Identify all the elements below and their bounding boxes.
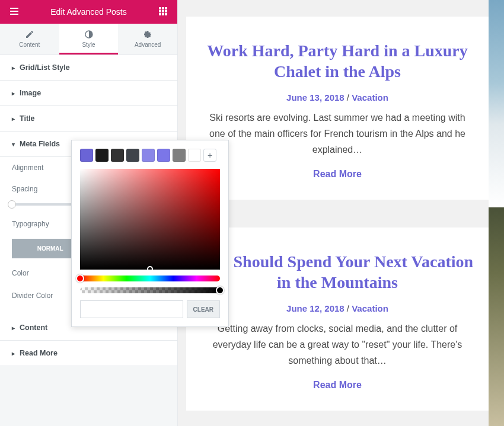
svg-rect-0 <box>159 7 161 9</box>
toggle-normal-label: NORMAL <box>37 245 63 252</box>
post-category[interactable]: Vacation <box>352 303 388 313</box>
saturation-pointer[interactable] <box>147 266 153 272</box>
tab-content[interactable]: Content <box>0 24 59 55</box>
divider-color-label: Divider Color <box>12 292 53 300</box>
svg-rect-1 <box>162 7 164 9</box>
add-swatch-button[interactable]: + <box>203 149 216 162</box>
caret-right-icon: ▸ <box>12 350 15 357</box>
post-date[interactable]: June 12, 2018 <box>286 303 344 313</box>
hue-thumb[interactable] <box>76 274 84 283</box>
tab-content-label: Content <box>19 41 40 48</box>
section-content-label: Content <box>20 323 47 332</box>
clear-button[interactable]: CLEAR <box>187 300 220 318</box>
apps-icon[interactable] <box>156 4 170 20</box>
gear-icon <box>143 30 152 39</box>
caret-right-icon: ▸ <box>12 116 15 122</box>
read-more-link[interactable]: Read More <box>200 380 474 390</box>
svg-rect-3 <box>159 10 161 12</box>
color-picker-popup: + CLEAR <box>71 140 229 327</box>
post-title[interactable]: You Should Spend Your Next Vacation in t… <box>200 251 474 293</box>
post-title[interactable]: Work Hard, Party Hard in a Luxury Chalet… <box>200 40 474 82</box>
color-swatches-row: + <box>80 149 220 162</box>
caret-right-icon: ▸ <box>12 325 15 331</box>
tabs: Content Style Advanced <box>0 24 177 55</box>
section-image[interactable]: ▸Image <box>0 81 177 106</box>
typography-label: Typography <box>12 220 49 228</box>
caret-right-icon: ▸ <box>12 90 15 97</box>
spacing-label: Spacing <box>12 185 37 193</box>
caret-right-icon: ▸ <box>12 65 15 71</box>
hex-input[interactable] <box>80 300 183 318</box>
color-swatch[interactable] <box>188 149 201 162</box>
post-meta: June 13, 2018 / Vacation <box>200 92 474 103</box>
svg-rect-5 <box>165 10 167 12</box>
read-more-link[interactable]: Read More <box>200 169 474 180</box>
color-swatch[interactable] <box>111 149 124 162</box>
section-image-label: Image <box>20 89 41 97</box>
section-title[interactable]: ▸Title <box>0 106 177 132</box>
hue-slider[interactable] <box>80 276 220 281</box>
section-gridlist[interactable]: ▸Grid/List Style <box>0 55 177 81</box>
hex-row: CLEAR <box>80 300 220 318</box>
svg-rect-6 <box>159 13 161 15</box>
svg-rect-7 <box>162 13 164 15</box>
contrast-icon <box>84 30 94 39</box>
alpha-slider[interactable] <box>80 287 220 293</box>
menu-icon[interactable] <box>7 4 21 20</box>
color-swatch[interactable] <box>142 149 155 162</box>
panel-header: Edit Advanced Posts <box>0 0 177 24</box>
clear-button-label: CLEAR <box>193 306 213 313</box>
tab-advanced-label: Advanced <box>135 41 161 48</box>
tab-style-label: Style <box>82 41 95 48</box>
color-swatch[interactable] <box>80 149 93 162</box>
post-card: Work Hard, Party Hard in a Luxury Chalet… <box>186 17 489 200</box>
color-swatch[interactable] <box>173 149 186 162</box>
section-readmore-label: Read More <box>20 349 58 357</box>
section-title-label: Title <box>20 114 34 123</box>
post-date[interactable]: June 13, 2018 <box>286 92 344 103</box>
pencil-icon <box>25 30 34 39</box>
svg-rect-4 <box>162 10 164 12</box>
alignment-label: Alignment <box>12 164 43 172</box>
section-metafields-label: Meta Fields <box>20 140 60 148</box>
background-strip <box>489 0 504 426</box>
svg-rect-8 <box>165 13 167 15</box>
panel-title: Edit Advanced Posts <box>50 7 126 17</box>
saturation-panel[interactable] <box>80 169 220 270</box>
post-category[interactable]: Vacation <box>352 92 388 103</box>
color-swatch[interactable] <box>95 149 109 162</box>
color-label: Color <box>12 269 29 277</box>
section-gridlist-label: Grid/List Style <box>20 63 70 72</box>
tab-style[interactable]: Style <box>59 24 119 55</box>
post-excerpt: Ski resorts are evolving. Last summer we… <box>200 110 474 158</box>
post-meta: June 12, 2018 / Vacation <box>200 303 474 313</box>
post-card: You Should Spend Your Next Vacation in t… <box>186 228 489 411</box>
svg-rect-2 <box>165 7 167 9</box>
slider-thumb[interactable] <box>8 200 16 209</box>
caret-down-icon: ▾ <box>12 141 15 148</box>
alpha-thumb[interactable] <box>216 286 224 294</box>
color-swatch[interactable] <box>126 149 139 162</box>
post-excerpt: Getting away from clocks, social media, … <box>200 321 474 369</box>
section-readmore[interactable]: ▸Read More <box>0 341 177 366</box>
tab-advanced[interactable]: Advanced <box>118 24 177 55</box>
color-swatch[interactable] <box>157 149 170 162</box>
